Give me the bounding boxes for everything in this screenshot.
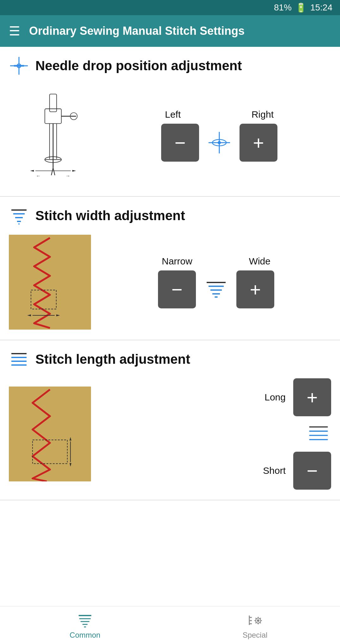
stitch-length-short-label: Short — [263, 465, 286, 476]
stitch-length-title: Stitch length adjustment — [35, 351, 190, 367]
common-nav-label: Common — [70, 631, 100, 640]
svg-line-70 — [256, 622, 257, 623]
stitch-length-header: Stitch length adjustment — [9, 349, 331, 369]
stitch-length-controls: Long + Short − — [101, 378, 331, 490]
stitch-width-header: Stitch width adjustment — [9, 206, 331, 226]
stitch-width-increase-button[interactable]: + — [236, 270, 274, 308]
stitch-length-icon — [9, 349, 29, 369]
stitch-width-diagram — [9, 235, 91, 330]
stitch-width-title: Stitch width adjustment — [35, 208, 185, 224]
svg-text:→: → — [65, 173, 70, 178]
stitch-width-controls-row: − + — [158, 270, 274, 308]
stitch-width-controls: Narrow Wide − — [101, 256, 331, 308]
svg-line-67 — [256, 618, 257, 619]
special-nav-label: Special — [243, 631, 268, 640]
nav-item-common[interactable]: Common — [0, 606, 170, 644]
battery-text: 81% — [274, 3, 292, 13]
stitch-length-short-row: Short − — [263, 452, 331, 490]
toolbar-title: Ordinary Sewing Manual Stitch Settings — [29, 24, 245, 38]
needle-drop-increase-button[interactable]: + — [240, 124, 277, 162]
stitch-width-center-icon — [203, 277, 229, 302]
needle-drop-body: ← → Left Right − — [9, 85, 331, 186]
menu-icon[interactable]: ☰ — [9, 25, 20, 37]
needle-drop-left-label: Left — [165, 109, 181, 120]
svg-rect-5 — [45, 109, 61, 124]
svg-rect-43 — [9, 387, 91, 481]
stitch-width-narrow-label: Narrow — [162, 256, 192, 267]
needle-drop-center-icon — [207, 130, 232, 155]
toolbar: ☰ Ordinary Sewing Manual Stitch Settings — [0, 15, 340, 47]
svg-marker-17 — [72, 170, 76, 172]
svg-point-23 — [218, 141, 221, 144]
needle-drop-labels: Left Right — [162, 109, 276, 120]
needle-drop-section: Needle drop position adjustment — [0, 47, 340, 197]
svg-line-12 — [53, 168, 55, 175]
svg-point-62 — [257, 619, 259, 622]
battery-icon: 🔋 — [295, 3, 307, 13]
svg-line-68 — [260, 622, 261, 623]
stitch-width-icon — [9, 206, 29, 226]
stitch-length-increase-button[interactable]: + — [293, 378, 331, 416]
stitch-length-section: Stitch length adjustment — [0, 340, 340, 500]
stitch-width-wide-label: Wide — [249, 256, 270, 267]
svg-line-69 — [260, 618, 261, 619]
svg-text:←: ← — [36, 173, 41, 178]
stitch-width-section: Stitch width adjustment — [0, 197, 340, 340]
stitch-length-long-row: Long + — [264, 378, 331, 416]
svg-marker-16 — [30, 170, 34, 172]
stitch-length-decrease-button[interactable]: − — [293, 452, 331, 490]
stitch-length-center-icon — [306, 421, 331, 447]
needle-drop-decrease-button[interactable]: − — [161, 124, 199, 162]
needle-drop-header: Needle drop position adjustment — [9, 56, 331, 76]
status-bar: 81% 🔋 15:24 — [0, 0, 340, 15]
special-nav-icon — [246, 611, 264, 629]
stitch-width-labels: Narrow Wide — [159, 256, 273, 267]
stitch-length-body: Long + Short − — [9, 378, 331, 490]
main-content: Needle drop position adjustment — [0, 47, 340, 644]
needle-drop-right-label: Right — [252, 109, 274, 120]
stitch-length-diagram — [9, 387, 91, 481]
needle-drop-controls-row: − + — [161, 124, 277, 162]
needle-drop-icon — [9, 56, 29, 76]
stitch-width-decrease-button[interactable]: − — [158, 270, 196, 308]
needle-drop-diagram: ← → — [9, 85, 97, 186]
bottom-nav: Common Special — [0, 606, 340, 644]
needle-drop-title: Needle drop position adjustment — [35, 58, 242, 74]
svg-line-11 — [51, 168, 53, 175]
stitch-width-body: Narrow Wide − — [9, 235, 331, 330]
stitch-length-long-label: Long — [264, 392, 286, 403]
nav-item-special[interactable]: Special — [170, 606, 340, 644]
svg-rect-4 — [50, 94, 57, 112]
needle-drop-controls: Left Right − — [107, 109, 331, 162]
time-text: 15:24 — [310, 3, 332, 13]
common-nav-icon — [76, 611, 94, 629]
